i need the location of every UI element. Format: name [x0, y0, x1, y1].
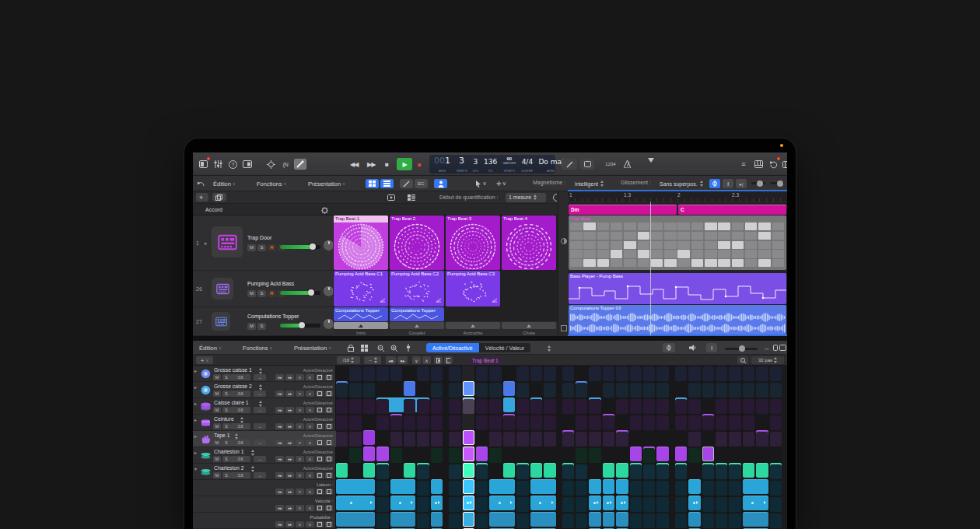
- step-cell[interactable]: [756, 366, 768, 381]
- step-cell[interactable]: [349, 383, 361, 398]
- step-cell[interactable]: [544, 432, 555, 447]
- step-cell[interactable]: [562, 399, 574, 414]
- step-cell[interactable]: [544, 383, 555, 398]
- mute-button[interactable]: M: [213, 456, 221, 462]
- step-cell[interactable]: [503, 432, 515, 447]
- count-in-icon[interactable]: (N: [279, 159, 292, 170]
- record-enable-button[interactable]: R: [268, 244, 276, 251]
- lane-cell[interactable]: [643, 497, 655, 512]
- lane-cell[interactable]: [417, 481, 429, 496]
- rotate-left-button[interactable]: ◂●: [275, 456, 284, 462]
- step-cell[interactable]: [431, 415, 443, 430]
- disclosure-icon[interactable]: ▸: [194, 417, 197, 422]
- disclosure-icon[interactable]: ▸: [194, 401, 197, 406]
- step-cell[interactable]: [530, 399, 542, 414]
- rotate-left-button[interactable]: ◂●: [275, 374, 284, 380]
- step-cell[interactable]: [530, 366, 542, 381]
- step-cell[interactable]: [449, 464, 460, 479]
- step-cell[interactable]: [449, 383, 460, 398]
- rotate-left-button[interactable]: ◂●: [275, 521, 284, 527]
- divider-square-icon[interactable]: [561, 325, 567, 331]
- step-cell[interactable]: [516, 383, 528, 398]
- tempo-pencil-icon[interactable]: [562, 159, 577, 170]
- step-cell[interactable]: [770, 399, 782, 414]
- step-cell[interactable]: [376, 366, 388, 381]
- add-row-button[interactable]: +∨: [196, 356, 213, 364]
- lane-cell[interactable]: [376, 497, 388, 512]
- step-cell[interactable]: [589, 366, 600, 381]
- lane-cell[interactable]: [656, 481, 668, 496]
- step-cell[interactable]: [417, 399, 429, 414]
- step-cell[interactable]: [688, 448, 700, 463]
- step-cell[interactable]: [630, 383, 642, 398]
- step-cell[interactable]: [363, 399, 375, 414]
- step-cell[interactable]: [656, 415, 668, 430]
- step-cell[interactable]: [349, 399, 361, 414]
- zoom-v-slider[interactable]: [751, 182, 765, 184]
- step-cell[interactable]: [729, 432, 740, 447]
- count-in-badge[interactable]: 1234: [602, 159, 619, 170]
- volume-meter[interactable]: [280, 245, 320, 249]
- step-cell[interactable]: [643, 464, 655, 479]
- lane-cell[interactable]: [476, 497, 488, 512]
- step-cell[interactable]: [576, 448, 587, 463]
- lane-cell[interactable]: [449, 513, 460, 528]
- cell-zoom-slider[interactable]: [725, 348, 758, 350]
- rotate-right-button[interactable]: ●▸: [285, 521, 294, 527]
- quantize-dropdown[interactable]: 1 mesure: [506, 193, 546, 202]
- loop-cell[interactable]: Trap Beat 1: [334, 215, 388, 270]
- step-cell[interactable]: [743, 383, 754, 398]
- step-cell[interactable]: [562, 432, 574, 447]
- link-button[interactable]: ▸|: [736, 179, 747, 188]
- loop-cell[interactable]: Computations Topper: [334, 307, 388, 321]
- add-scene-button[interactable]: +: [196, 193, 208, 201]
- zoom-out-icon[interactable]: [375, 343, 386, 352]
- lane-cell[interactable]: [675, 513, 687, 528]
- row-div-dropdown[interactable]: /16: [230, 456, 250, 462]
- octave-down-button[interactable]: ∨: [296, 521, 304, 527]
- row-div-dropdown[interactable]: /16: [230, 440, 250, 446]
- step-cell[interactable]: [562, 366, 574, 381]
- step-cell[interactable]: [417, 366, 429, 381]
- quick-help-pencil-icon[interactable]: [294, 159, 306, 170]
- play-button[interactable]: ▶: [397, 158, 412, 170]
- step-cell[interactable]: [603, 383, 614, 398]
- step-cell[interactable]: [702, 464, 714, 479]
- mode-velocity[interactable]: Vélocité / Valeur: [479, 343, 530, 352]
- edit-mode-segmented[interactable]: Activé/Désactivé Vélocité / Valeur: [426, 343, 530, 352]
- list-editors-icon[interactable]: ≡: [737, 159, 750, 170]
- step-cell[interactable]: [431, 432, 443, 447]
- volume-knob[interactable]: [299, 322, 305, 328]
- step-cell[interactable]: [476, 464, 488, 479]
- step-cell[interactable]: [770, 383, 782, 398]
- octave-down-button[interactable]: ∨: [296, 505, 304, 511]
- step-cell[interactable]: [530, 432, 542, 447]
- step-cell[interactable]: [463, 399, 474, 414]
- step-cell[interactable]: [688, 366, 700, 381]
- step-cell[interactable]: [616, 399, 628, 414]
- mixer-icon[interactable]: [212, 159, 224, 170]
- stepseq-row-header[interactable]: ▸Tape 1Activé/DésactivéMS/16→◂●●▸∨∧: [193, 431, 336, 447]
- step-cell[interactable]: [449, 415, 460, 430]
- step-cell[interactable]: [630, 464, 642, 479]
- step-cell[interactable]: [449, 366, 460, 381]
- display-mode-icon[interactable]: [241, 159, 254, 170]
- pattern-length-dropdown[interactable]: 32 pas: [751, 356, 784, 364]
- lane-cell[interactable]: [562, 513, 574, 528]
- text-tool-icon-ss[interactable]: I: [706, 343, 717, 352]
- step-cell[interactable]: [743, 366, 754, 381]
- record-button[interactable]: ●: [417, 158, 421, 170]
- step-cell[interactable]: [702, 366, 714, 381]
- width-icon[interactable]: ↔: [762, 343, 772, 352]
- step-cell[interactable]: [729, 415, 740, 430]
- lane-cell[interactable]: [449, 481, 460, 496]
- step-cell[interactable]: [544, 399, 555, 414]
- text-tool-button[interactable]: I: [723, 179, 733, 188]
- step-cell[interactable]: [516, 399, 528, 414]
- stepseq-row-header[interactable]: ▸Caisse claire 1Activé/DésactivéMS/16→◂●…: [193, 398, 336, 415]
- step-cell[interactable]: [431, 383, 443, 398]
- step-cell[interactable]: [417, 415, 429, 430]
- step-cell[interactable]: [336, 399, 348, 414]
- solo-button[interactable]: S: [257, 290, 266, 297]
- octave-up-button[interactable]: ∧: [422, 356, 431, 364]
